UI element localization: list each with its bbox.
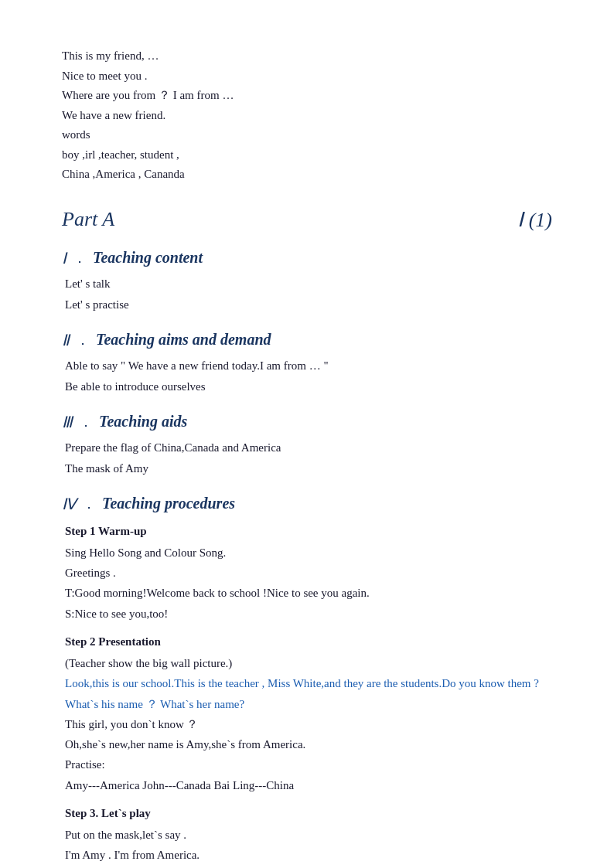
section-heading-3: Ⅲ ． Teaching aids xyxy=(62,413,552,431)
section-title-1: Teaching content xyxy=(93,249,203,267)
intro-line-3: Where are you from ？ I am from … xyxy=(62,86,552,106)
content-line-1-0: Let' s talk xyxy=(65,274,552,294)
section-content-4: Step 1 Warm-up Sing Hello Song and Colou… xyxy=(62,521,552,869)
step-letsplay: Step 3. Let`s play Put on the mask,let`s… xyxy=(65,803,552,868)
roman-2: Ⅱ xyxy=(62,331,70,349)
section-content-1: Let' s talk Let' s practise xyxy=(62,274,552,315)
step3-line-2: I'm John. I'm from Canada. xyxy=(65,866,552,869)
step-warmup: Step 1 Warm-up Sing Hello Song and Colou… xyxy=(65,521,552,624)
step1-line-3: S:Nice to see you,too! xyxy=(65,604,552,624)
aids-line-1: The mask of Amy xyxy=(65,458,552,479)
content-line-1-1: Let' s practise xyxy=(65,294,552,315)
step2-line-5: Amy---America John---Canada Bai Ling---C… xyxy=(65,775,552,795)
section-heading-4: Ⅳ ． Teaching procedures xyxy=(62,495,552,513)
section-heading-2: Ⅱ ． Teaching aims and demand xyxy=(62,331,552,349)
intro-line-7: China ,America , Cananda xyxy=(62,165,552,185)
section-teaching-content: Ⅰ ． Teaching content Let' s talk Let' s … xyxy=(62,249,552,315)
step2-line-4: Practise: xyxy=(65,754,552,774)
part-number: Ⅰ (1) xyxy=(517,208,552,232)
intro-line-6: boy ,irl ,teacher, student , xyxy=(62,145,552,165)
section-title-3: Teaching aids xyxy=(99,413,187,431)
step2-line-0: (Teacher show the big wall picture.) xyxy=(65,653,552,673)
intro-section: This is my friend, … Nice to meet you . … xyxy=(62,46,552,185)
part-header: Part A Ⅰ (1) xyxy=(62,208,552,232)
section-content-2: Able to say " We have a new friend today… xyxy=(62,356,552,397)
step3-heading: Step 3. Let`s play xyxy=(65,803,552,823)
section-content-3: Prepare the flag of China,Canada and Ame… xyxy=(62,437,552,479)
aids-line-0: Prepare the flag of China,Canada and Ame… xyxy=(65,437,552,458)
step3-line-1: I'm Amy . I'm from America. xyxy=(65,845,552,865)
section-teaching-procedures: Ⅳ ． Teaching procedures Step 1 Warm-up S… xyxy=(62,495,552,869)
intro-line-5: words xyxy=(62,125,552,145)
step2-line-1: Look,this is our school.This is the teac… xyxy=(65,673,552,714)
intro-line-2: Nice to meet you . xyxy=(62,66,552,87)
part-title: Part A xyxy=(62,208,114,231)
step1-heading: Step 1 Warm-up xyxy=(65,521,552,541)
step1-line-1: Greetings . xyxy=(65,563,552,583)
section-title-2: Teaching aims and demand xyxy=(96,331,271,349)
intro-line-4: We have a new friend. xyxy=(62,106,552,126)
aims-line-0: Able to say " We have a new friend today… xyxy=(65,356,552,376)
roman-3: Ⅲ xyxy=(62,413,73,431)
step3-line-0: Put on the mask,let`s say . xyxy=(65,825,552,845)
roman-1: Ⅰ xyxy=(62,249,67,267)
step1-line-0: Sing Hello Song and Colour Song. xyxy=(65,543,552,563)
step2-heading: Step 2 Presentation xyxy=(65,631,552,652)
section-teaching-aids: Ⅲ ． Teaching aids Prepare the flag of Ch… xyxy=(62,413,552,479)
step2-line-3: Oh,she`s new,her name is Amy,she`s from … xyxy=(65,734,552,754)
roman-4: Ⅳ xyxy=(62,495,76,513)
step2-line-2: This girl, you don`t know ？ xyxy=(65,714,552,734)
intro-line-1: This is my friend, … xyxy=(62,46,552,66)
section-heading-1: Ⅰ ． Teaching content xyxy=(62,249,552,267)
aims-line-1: Be able to introduce ourselves xyxy=(65,376,552,397)
step1-line-2: T:Good morning!Welcome back to school !N… xyxy=(65,583,552,603)
section-teaching-aims: Ⅱ ． Teaching aims and demand Able to say… xyxy=(62,331,552,397)
section-title-4: Teaching procedures xyxy=(102,495,235,512)
step-presentation: Step 2 Presentation (Teacher show the bi… xyxy=(65,631,552,795)
